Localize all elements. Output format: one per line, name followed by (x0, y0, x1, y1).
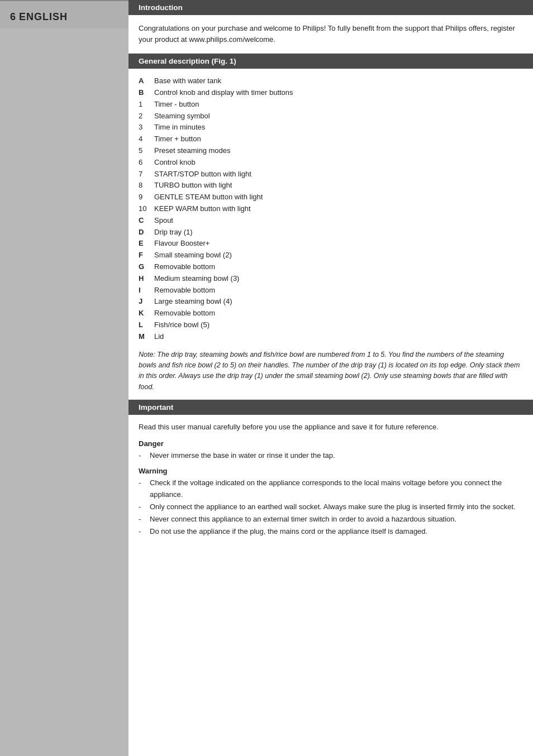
list-item: KRemovable bottom (139, 308, 523, 319)
list-item-value: Small steaming bowl (2) (154, 250, 232, 261)
list-item: 4Timer + button (139, 133, 523, 145)
list-item-label: 10 (139, 203, 154, 215)
warning-item: -Only connect the appliance to an earthe… (139, 501, 523, 513)
list-item-label: 8 (139, 180, 154, 192)
list-item: EFlavour Booster+ (139, 238, 523, 250)
list-item-value: Timer - button (154, 99, 199, 111)
list-item-value: Lid (154, 331, 164, 343)
list-item-value: Control knob and display with timer butt… (154, 87, 293, 99)
page-number: 6 (10, 11, 16, 23)
list-item-label: H (139, 273, 154, 285)
list-item: CSpout (139, 215, 523, 227)
list-item: LFish/rice bowl (5) (139, 319, 523, 331)
list-item-value: Flavour Booster+ (154, 238, 210, 250)
warning-list: -Check if the voltage indicated on the a… (139, 477, 523, 537)
list-item: ABase with water tank (139, 75, 523, 87)
list-item: 9GENTLE STEAM button with light (139, 192, 523, 203)
list-item: 10KEEP WARM button with light (139, 203, 523, 215)
dash-icon: - (139, 477, 146, 489)
list-item-value: Time in minutes (154, 122, 205, 133)
list-item-label: 9 (139, 192, 154, 203)
list-item: IRemovable bottom (139, 285, 523, 296)
list-item-value: Control knob (154, 157, 196, 169)
list-item-value: KEEP WARM button with light (154, 203, 251, 215)
list-item-label: D (139, 227, 154, 238)
sidebar: 6 ENGLISH (0, 0, 129, 756)
important-body: Read this user manual carefully before y… (129, 415, 533, 545)
list-item-value: Removable bottom (154, 261, 215, 273)
page: 6 ENGLISH Introduction Congratulations o… (0, 0, 533, 756)
list-item-value: Removable bottom (154, 285, 215, 296)
list-item-label: 3 (139, 122, 154, 133)
list-item: 6Control knob (139, 157, 523, 169)
general-description-header: General description (Fig. 1) (129, 54, 533, 69)
list-item-label: K (139, 308, 154, 319)
list-item-value: Drip tray (1) (154, 227, 193, 238)
list-item: GRemovable bottom (139, 261, 523, 273)
list-item: MLid (139, 331, 523, 343)
introduction-text: Congratulations on your purchase and wel… (139, 23, 523, 45)
warning-item-text: Only connect the appliance to an earthed… (150, 501, 516, 513)
list-item-label: 6 (139, 157, 154, 169)
list-item-label: J (139, 296, 154, 308)
list-item: 1Timer - button (139, 99, 523, 111)
list-item: JLarge steaming bowl (4) (139, 296, 523, 308)
dash-icon: - (139, 526, 146, 537)
warning-item: -Do not use the appliance if the plug, t… (139, 526, 523, 537)
list-item-label: 5 (139, 145, 154, 157)
list-item: DDrip tray (1) (139, 227, 523, 238)
list-item-value: Steaming symbol (154, 111, 210, 122)
general-description-body: ABase with water tankBControl knob and d… (129, 69, 533, 400)
list-item-label: B (139, 87, 154, 99)
list-item-value: Large steaming bowl (4) (154, 296, 232, 308)
sidebar-content (0, 28, 129, 756)
important-intro: Read this user manual carefully before y… (139, 422, 523, 433)
list-item-label: L (139, 319, 154, 331)
sidebar-header: 6 ENGLISH (0, 0, 129, 28)
list-item-label: I (139, 285, 154, 296)
list-item: HMedium steaming bowl (3) (139, 273, 523, 285)
list-item: FSmall steaming bowl (2) (139, 250, 523, 261)
list-item-value: Base with water tank (154, 75, 221, 87)
list-item-value: GENTLE STEAM button with light (154, 192, 263, 203)
list-item: 3Time in minutes (139, 122, 523, 133)
dash-icon: - (139, 514, 146, 525)
list-item-value: Spout (154, 215, 173, 227)
warning-item: -Never connect this appliance to an exte… (139, 514, 523, 525)
list-item-label: E (139, 238, 154, 250)
list-item-label: 1 (139, 99, 154, 111)
danger-title: Danger (139, 439, 523, 448)
list-item: 5Preset steaming modes (139, 145, 523, 157)
list-item-value: START/STOP button with light (154, 169, 251, 180)
list-item: 8TURBO button with light (139, 180, 523, 192)
dash-icon: - (139, 501, 146, 513)
list-item-label: A (139, 75, 154, 87)
language-label: ENGLISH (19, 11, 68, 23)
list-item-label: C (139, 215, 154, 227)
danger-item-text: Never immerse the base in water or rinse… (150, 450, 335, 461)
warning-item-text: Never connect this appliance to an exter… (150, 514, 456, 525)
danger-list: -Never immerse the base in water or rins… (139, 450, 523, 461)
important-header: Important (129, 400, 533, 415)
list-item-value: Fish/rice bowl (5) (154, 319, 210, 331)
introduction-body: Congratulations on your purchase and wel… (129, 15, 533, 54)
list-item-label: 4 (139, 133, 154, 145)
warning-item: -Check if the voltage indicated on the a… (139, 477, 523, 500)
list-item-label: G (139, 261, 154, 273)
warning-item-text: Do not use the appliance if the plug, th… (150, 526, 427, 537)
main-content: Introduction Congratulations on your pur… (129, 0, 533, 756)
note-text: Note: The drip tray, steaming bowls and … (139, 350, 523, 393)
warning-title: Warning (139, 467, 523, 475)
list-item-label: 2 (139, 111, 154, 122)
list-item-label: 7 (139, 169, 154, 180)
warning-item-text: Check if the voltage indicated on the ap… (150, 477, 523, 500)
list-item-value: TURBO button with light (154, 180, 232, 192)
list-item-label: M (139, 331, 154, 343)
dash-icon: - (139, 450, 146, 461)
danger-item: -Never immerse the base in water or rins… (139, 450, 523, 461)
list-item-value: Removable bottom (154, 308, 215, 319)
description-list: ABase with water tankBControl knob and d… (139, 75, 523, 342)
list-item-value: Timer + button (154, 133, 201, 145)
list-item: BControl knob and display with timer but… (139, 87, 523, 99)
introduction-header: Introduction (129, 0, 533, 15)
